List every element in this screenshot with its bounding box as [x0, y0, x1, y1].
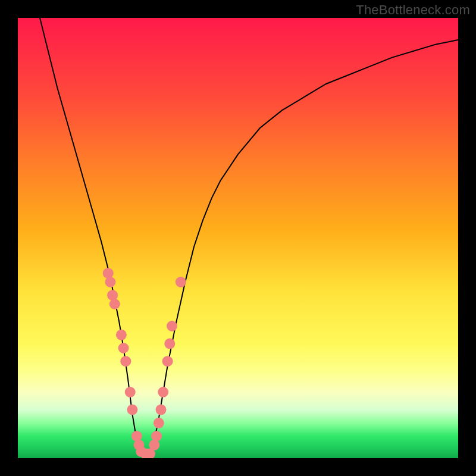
plot-area — [18, 18, 458, 458]
curve-marker — [118, 343, 129, 353]
curve-marker — [154, 418, 164, 428]
curve-marker — [116, 330, 127, 340]
curve-markers — [103, 268, 186, 458]
curve-marker — [120, 356, 131, 367]
bottleneck-curve — [40, 18, 458, 456]
curve-marker — [164, 339, 175, 349]
watermark-text: TheBottleneck.com — [356, 2, 470, 18]
curve-marker — [176, 277, 186, 287]
curve-marker — [156, 405, 167, 415]
curve-marker — [167, 321, 177, 331]
curve-marker — [151, 431, 162, 441]
chart-frame: TheBottleneck.com — [0, 0, 476, 476]
curve-marker — [109, 299, 120, 309]
curve-marker — [125, 387, 136, 397]
curve-marker — [158, 387, 168, 397]
curve-marker — [162, 356, 173, 367]
bottleneck-curve-svg — [18, 18, 458, 458]
curve-marker — [105, 277, 115, 287]
curve-marker — [127, 405, 137, 415]
